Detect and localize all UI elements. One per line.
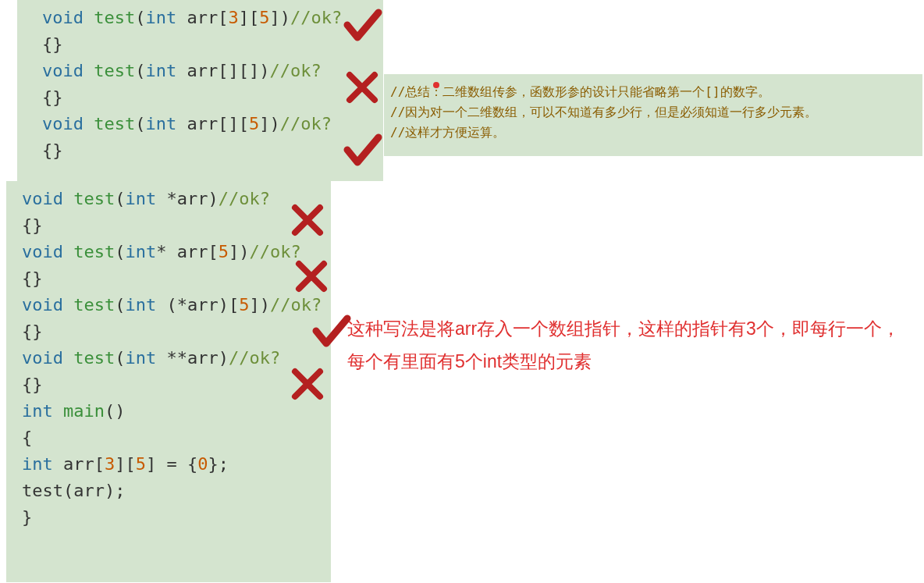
code-token: int <box>125 348 166 368</box>
code-line: { <box>22 425 331 451</box>
code-token: 3 <box>228 8 238 27</box>
code-line: void test(int* arr[5])//ok? <box>22 239 331 265</box>
code-token: int <box>145 114 187 133</box>
code-line: void test(int **arr)//ok? <box>22 345 331 371</box>
code-token: arr[][]) <box>187 61 269 80</box>
code-line: int main() <box>22 398 331 425</box>
code-token: void <box>22 189 73 208</box>
code-token: int <box>22 454 63 474</box>
code-token: ( <box>135 61 145 80</box>
code-token: int <box>22 401 63 421</box>
code-token: void <box>42 114 94 133</box>
code-token: //ok? <box>249 242 300 261</box>
code-token: //ok? <box>280 114 332 133</box>
code-token: ][ <box>115 454 136 474</box>
code-token: //ok? <box>269 61 321 80</box>
code-token: //ok? <box>290 8 342 27</box>
summary-comment-line: //因为对一个二维数组，可以不知道有多少行，但是必须知道一行多少元素。 <box>390 102 916 123</box>
summary-comment-line: //这样才方便运算。 <box>390 123 916 143</box>
code-token: test <box>94 61 135 80</box>
code-token: {} <box>42 34 63 54</box>
code-block-2: void test(int *arr)//ok?{}void test(int*… <box>6 181 331 582</box>
code-token: () <box>105 401 126 421</box>
code-token: 5 <box>136 454 146 474</box>
code-token: arr[ <box>187 8 228 27</box>
code-line: } <box>22 504 331 531</box>
code-line: {} <box>22 212 331 239</box>
code-line: int arr[3][5] = {0}; <box>22 451 331 478</box>
code-token: int <box>125 295 166 315</box>
code-token: void <box>22 295 73 315</box>
code-token: void <box>42 8 94 27</box>
code-token: int <box>125 242 156 261</box>
code-token: test <box>73 348 115 368</box>
code-line: {} <box>42 84 383 111</box>
code-token: arr[][ <box>187 114 248 133</box>
code-token: void <box>42 61 94 80</box>
code-line: void test(int arr[][])//ok? <box>42 58 383 84</box>
code-line: void test(int arr[3][5])//ok? <box>42 5 383 31</box>
code-token: ( <box>115 348 125 368</box>
code-token: ]) <box>229 242 250 261</box>
code-line: void test(int *arr)//ok? <box>22 186 331 212</box>
summary-comment-block: //总结：二维数组传参，函数形参的设计只能省略第一个[]的数字。//因为对一个二… <box>384 74 922 156</box>
code-token: ]) <box>249 295 270 315</box>
code-token: void <box>22 242 73 261</box>
code-token: //ok? <box>229 348 280 368</box>
red-dot-marker <box>433 82 439 88</box>
code-token: *arr) <box>166 189 218 208</box>
code-token: ( <box>115 295 125 315</box>
code-token: {} <box>22 268 43 288</box>
code-token: **arr) <box>166 348 228 368</box>
code-token: test <box>94 114 135 133</box>
code-token: void <box>22 348 73 368</box>
code-token: ][ <box>239 8 260 27</box>
code-token: int <box>145 8 187 27</box>
code-token: }; <box>208 454 229 474</box>
code-line: test(arr); <box>22 478 331 504</box>
code-token: main <box>63 401 105 421</box>
code-token: //ok? <box>270 295 322 315</box>
code-token: 5 <box>239 295 249 315</box>
code-token: 5 <box>219 242 229 261</box>
code-token: test <box>94 8 135 27</box>
code-token: 5 <box>259 8 269 27</box>
code-token: ( <box>115 242 125 261</box>
code-token: ( <box>135 8 145 27</box>
code-token: int <box>125 189 166 208</box>
code-token: ]) <box>269 8 290 27</box>
code-line: {} <box>42 137 383 164</box>
code-token: test <box>73 189 115 208</box>
code-token: {} <box>22 375 43 394</box>
code-token: arr[ <box>63 454 105 474</box>
code-token: {} <box>22 322 43 341</box>
code-token: (*arr)[ <box>166 295 239 315</box>
code-token: ( <box>115 189 125 208</box>
code-token: ( <box>135 114 145 133</box>
code-token: //ok? <box>219 189 270 208</box>
code-line: {} <box>22 265 331 292</box>
code-line: void test(int arr[][5])//ok? <box>42 111 383 137</box>
red-annotation-note: 这种写法是将arr存入一个数组指针，这样的指针有3个，即每行一个，每个有里面有5… <box>347 312 909 378</box>
code-token: 0 <box>197 454 208 474</box>
code-line: {} <box>22 371 331 398</box>
code-line: {} <box>22 318 331 345</box>
code-token: 3 <box>105 454 115 474</box>
code-token: 5 <box>249 114 259 133</box>
code-line: void test(int (*arr)[5])//ok? <box>22 292 331 318</box>
code-token: ]) <box>259 114 280 133</box>
code-token: } <box>22 507 32 527</box>
code-token: ] = { <box>146 454 197 474</box>
code-token: {} <box>42 140 63 160</box>
code-token: {} <box>42 87 63 107</box>
code-line: {} <box>42 31 383 58</box>
code-token: test <box>73 295 115 315</box>
code-token: { <box>22 428 32 447</box>
code-token: test <box>73 242 115 261</box>
code-token: int <box>145 61 187 80</box>
code-token: test(arr); <box>22 481 125 500</box>
summary-comment-line: //总结：二维数组传参，函数形参的设计只能省略第一个[]的数字。 <box>390 82 916 102</box>
code-token: {} <box>22 215 43 235</box>
code-block-1: void test(int arr[3][5])//ok?{}void test… <box>17 0 383 181</box>
code-token: * arr[ <box>156 242 218 261</box>
